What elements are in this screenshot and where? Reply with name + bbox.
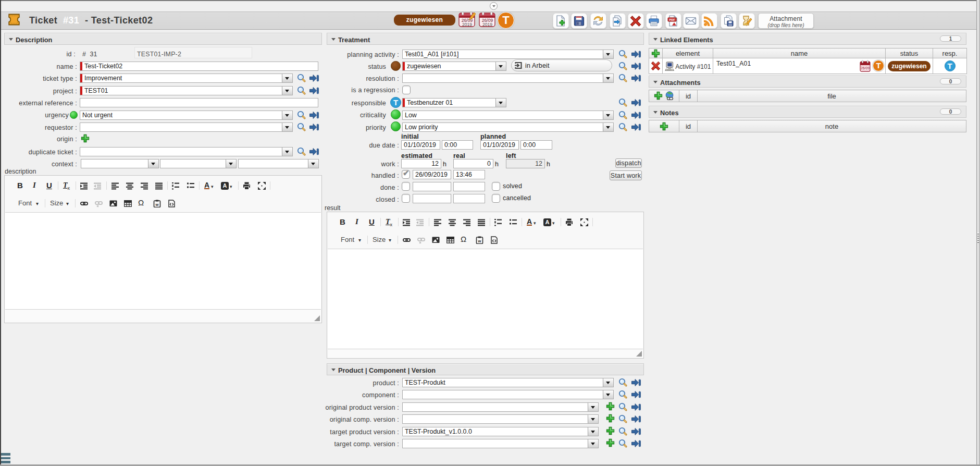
svg-text:2019: 2019 [462,22,472,27]
svg-text:PDF: PDF [669,18,676,21]
svg-text:2019: 2019 [482,22,492,27]
